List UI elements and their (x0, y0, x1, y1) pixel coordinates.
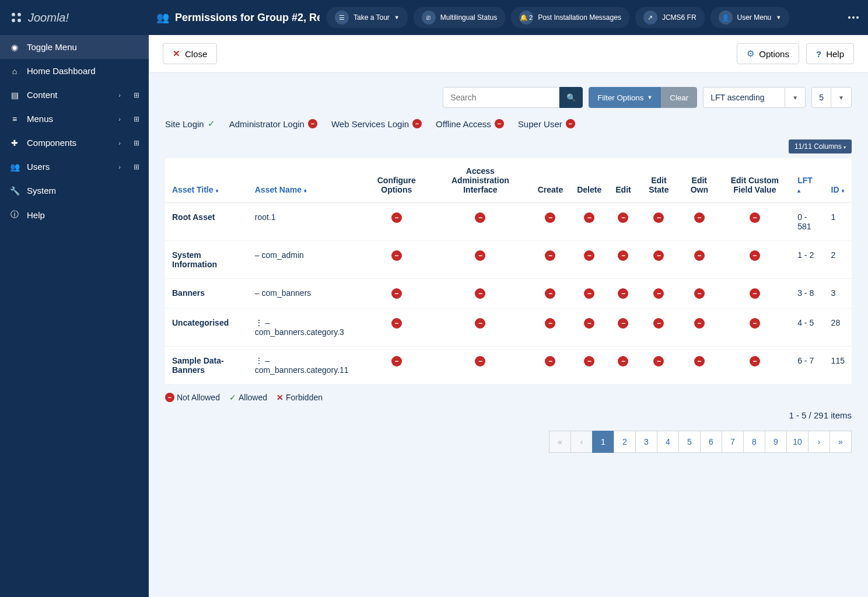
status-row: Site Login✓Administrator Login−Web Servi… (165, 118, 852, 129)
filter-options-button[interactable]: Filter Options ▼ (589, 87, 661, 108)
status-site-login: Site Login✓ (165, 118, 215, 129)
table-row: Sample Data-Banners ⋮ – com_banners.cate… (165, 347, 852, 385)
page-8[interactable]: 8 (743, 431, 765, 453)
sidebar-item-home-dashboard[interactable]: ⌂ Home Dashboard (0, 59, 149, 83)
legend-not-allowed: Not Allowed (177, 393, 220, 402)
sort-icon: ♦ (304, 187, 307, 194)
help-label: Help (826, 49, 844, 59)
page-6[interactable]: 6 (700, 431, 722, 453)
cell-perm: − (638, 241, 680, 279)
joomla-logo-icon (9, 11, 23, 25)
page-next[interactable]: › (808, 431, 830, 453)
user-menu-pill[interactable]: 👤 User Menu ▼ (710, 7, 790, 28)
permissions-table: Asset Title ♦ Asset Name ♦ Configure Opt… (165, 158, 852, 385)
post-install-pill[interactable]: 🔔2 Post Installation Messages (511, 7, 629, 28)
cell-perm: − (363, 241, 430, 279)
top-header: Joomla! 👥 Permissions for Group #2, Regi… (0, 0, 868, 35)
gear-icon: ⚙ (747, 48, 754, 59)
bell-icon: 🔔2 (519, 11, 533, 25)
cell-perm: − (680, 203, 719, 241)
page-2[interactable]: 2 (614, 431, 636, 453)
dashboard-icon[interactable]: ⊞ (134, 139, 139, 147)
list-icon: ≡ (9, 114, 20, 124)
page-4[interactable]: 4 (657, 431, 679, 453)
sidebar-item-users[interactable]: 👥 Users › ⊞ (0, 155, 149, 179)
page-9[interactable]: 9 (765, 431, 787, 453)
close-button[interactable]: ✕ Close (163, 43, 217, 64)
page-10[interactable]: 10 (786, 431, 808, 453)
col-lft[interactable]: LFT ▴ (790, 158, 824, 203)
sidebar-item-content[interactable]: ▤ Content › ⊞ (0, 83, 149, 107)
not-allowed-icon: − (584, 288, 594, 299)
col-asset-name[interactable]: Asset Name ♦ (248, 158, 363, 203)
not-allowed-icon: − (694, 318, 705, 329)
col-edit: Edit (608, 158, 638, 203)
cell-perm: − (719, 241, 791, 279)
chevron-down-icon: ▼ (776, 15, 781, 20)
not-allowed-icon: − (391, 250, 402, 261)
not-allowed-icon: − (694, 356, 705, 366)
page-7[interactable]: 7 (722, 431, 744, 453)
table-row: System Information – com_admin−−−−−−−−1 … (165, 241, 852, 279)
take-tour-pill[interactable]: ☰ Take a Tour ▼ (327, 7, 408, 28)
not-allowed-icon: − (165, 393, 174, 402)
cell-title: Root Asset (165, 203, 248, 241)
map-icon: ☰ (335, 11, 349, 25)
page-3[interactable]: 3 (635, 431, 657, 453)
cell-perm: − (570, 203, 608, 241)
cell-perm: − (363, 203, 430, 241)
puzzle-icon: ✚ (9, 138, 20, 148)
col-id[interactable]: ID ♦ (824, 158, 852, 203)
sidebar-item-components[interactable]: ✚ Components › ⊞ (0, 131, 149, 155)
cell-perm: − (363, 309, 430, 347)
limit-select[interactable]: 5 ▼ (811, 87, 852, 108)
more-menu[interactable] (848, 16, 859, 19)
file-icon: ▤ (9, 90, 20, 100)
cell-perm: − (531, 241, 570, 279)
sidebar-item-help[interactable]: ⓘ Help (0, 203, 149, 227)
site-link-pill[interactable]: ↗ JCMS6 FR (635, 7, 705, 28)
sidebar-toggle[interactable]: ◉ Toggle Menu (0, 35, 149, 59)
not-allowed-icon: − (618, 212, 628, 223)
sidebar-item-menus[interactable]: ≡ Menus › ⊞ (0, 107, 149, 131)
cell-perm: − (430, 279, 530, 309)
page-1[interactable]: 1 (592, 431, 614, 453)
page-5[interactable]: 5 (678, 431, 701, 453)
sidebar-item-system[interactable]: 🔧 System (0, 179, 149, 203)
cell-perm: − (608, 203, 638, 241)
cell-perm: − (680, 279, 719, 309)
take-tour-label: Take a Tour (354, 13, 390, 22)
info-icon: ⓘ (9, 210, 20, 220)
not-allowed-icon: − (475, 356, 485, 366)
cell-perm: − (608, 347, 638, 385)
columns-button[interactable]: 11/11 Columns ▾ (789, 139, 852, 153)
clear-button[interactable]: Clear (661, 87, 697, 108)
search-button[interactable]: 🔍 (559, 87, 583, 108)
not-allowed-icon: − (653, 212, 664, 223)
dashboard-icon[interactable]: ⊞ (134, 163, 139, 171)
dashboard-icon[interactable]: ⊞ (134, 115, 139, 123)
cell-id: 115 (824, 347, 852, 385)
page-last[interactable]: » (830, 431, 852, 453)
cell-lft: 3 - 8 (790, 279, 824, 309)
help-button[interactable]: ? Help (806, 43, 854, 64)
sidebar-item-label: Home Dashboard (27, 66, 139, 76)
not-allowed-icon: − (545, 212, 555, 223)
cell-id: 1 (824, 203, 852, 241)
sort-select[interactable]: LFT ascending ▼ (703, 87, 806, 108)
search-input[interactable] (443, 87, 559, 108)
cell-title: Banners (165, 279, 248, 309)
external-link-icon: ↗ (643, 11, 657, 25)
multilingual-pill[interactable]: ⎚ Multilingual Status (414, 7, 505, 28)
users-icon: 👥 (9, 162, 20, 172)
sidebar-item-label: Help (27, 210, 139, 220)
col-asset-title[interactable]: Asset Title ♦ (165, 158, 248, 203)
page-title-wrap: 👥 Permissions for Group #2, Regi (156, 11, 320, 24)
dashboard-icon[interactable]: ⊞ (134, 91, 139, 99)
brand-text: Joomla! (28, 11, 69, 25)
options-button[interactable]: ⚙ Options (737, 43, 799, 64)
help-icon: ? (816, 49, 821, 59)
table-row: Root Asset root.1−−−−−−−−0 - 5811 (165, 203, 852, 241)
cell-perm: − (570, 241, 608, 279)
cell-perm: − (363, 279, 430, 309)
